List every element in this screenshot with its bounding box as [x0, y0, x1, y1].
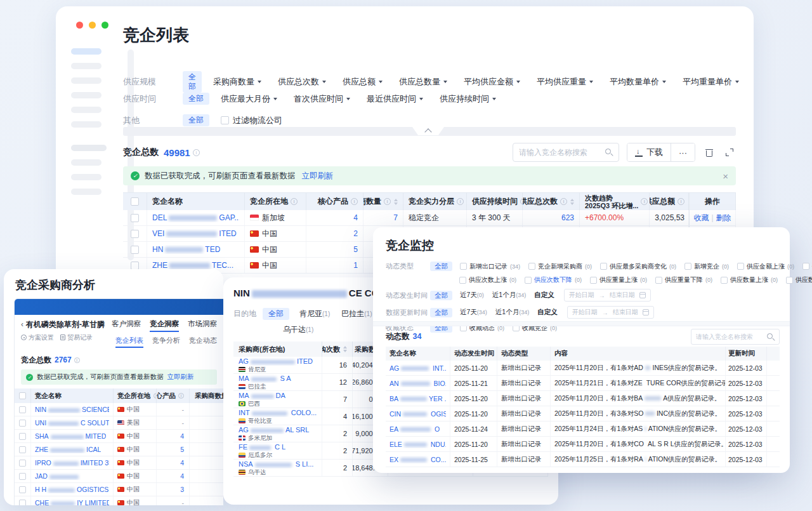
sort-icon[interactable] [343, 346, 347, 352]
filter-dropdown[interactable]: 供应最大月份 [221, 93, 277, 105]
supply-times[interactable]: 623 [523, 210, 580, 225]
core-product-count[interactable]: - [157, 403, 190, 416]
row-checkbox[interactable] [131, 230, 139, 238]
purchase-times[interactable]: 12 [322, 374, 353, 390]
filter-dropdown[interactable]: 供应总次数 [278, 76, 326, 88]
table-row[interactable]: JAD 中国 4 [15, 470, 223, 483]
competitor-link[interactable]: ZHETEC... [152, 261, 233, 270]
type-checkbox[interactable]: 供应次数下降(0) [525, 275, 582, 284]
buyer-link[interactable]: FE C L [239, 443, 317, 451]
purchase-times[interactable]: 16 [322, 357, 353, 373]
table-row[interactable]: ELE NDU... 2025-11-20 新增出口记录 2025年11月20日… [386, 437, 780, 452]
checkbox-icon[interactable] [221, 116, 229, 124]
table-row[interactable]: SHAMITED 中国 4 [15, 430, 223, 443]
purchase-times[interactable]: 4 [322, 408, 353, 425]
core-product-count[interactable]: 4 [157, 456, 190, 469]
tab-competitor-insight[interactable]: 竞企洞察 [150, 319, 179, 332]
filter-dropdown[interactable]: 供应总数量 [399, 76, 447, 88]
table-row[interactable]: DELGAP... 新加坡 4 7 稳定竞企 3 年 300 天 623 +67… [123, 210, 736, 226]
competitor-link[interactable]: AN BIO... [390, 380, 446, 387]
purchase-times[interactable]: 2 [322, 460, 353, 476]
row-checkbox[interactable] [19, 473, 26, 480]
filter-chip-all[interactable]: 全部 [430, 291, 452, 300]
type-checkbox[interactable]: 供应重量上涨(0) [590, 275, 647, 284]
filter-dropdown[interactable]: 最近供应时间 [367, 93, 423, 105]
filter-dropdown[interactable]: 首次供应时间 [294, 93, 350, 105]
filter-chip-all[interactable]: 全部 [183, 93, 209, 105]
competitor-link[interactable]: NINSCIENCE C... [35, 406, 109, 413]
competitor-link[interactable]: IPROIMITED 35... [35, 459, 109, 467]
competitor-link[interactable]: BAYER ... [390, 395, 446, 402]
checkbox-icon[interactable] [525, 277, 532, 284]
select-all-checkbox[interactable] [19, 392, 26, 399]
row-checkbox[interactable] [19, 446, 26, 453]
filter-logistics-checkbox[interactable]: 过滤物流公司 [221, 115, 282, 126]
col-strength[interactable]: 竞企实力分层 [403, 193, 467, 210]
type-checkbox[interactable]: 供应金额上涨(0) [737, 262, 794, 271]
sidebar-skeleton-item[interactable] [71, 77, 102, 84]
time-range-option[interactable]: 近7天(34) [460, 308, 487, 317]
col-product[interactable]: 核心产品 [306, 193, 363, 210]
time-range-option[interactable]: 近7天(0) [460, 291, 484, 300]
table-row[interactable]: IPROIMITED 35... 中国 4 [15, 456, 223, 470]
row-checkbox[interactable] [19, 500, 26, 506]
col-content[interactable]: 内容 [551, 347, 726, 361]
sidebar-skeleton-item[interactable] [71, 159, 102, 166]
destination-option[interactable]: 巴拉圭(1) [341, 309, 372, 319]
delete-link[interactable]: 删除 [716, 213, 731, 223]
purchase-times[interactable]: 7 [322, 391, 353, 408]
col-updated[interactable]: 更新时间 [726, 347, 767, 361]
subtab-competition-analysis[interactable]: 竞争分析 [152, 336, 180, 348]
sidebar-skeleton-item[interactable] [71, 189, 102, 195]
competitor-link[interactable]: HNTED [152, 245, 220, 254]
type-checkbox[interactable]: 供应最多采购商变化(0) [600, 262, 676, 271]
buyer-link[interactable]: MADA [239, 392, 317, 400]
row-checkbox[interactable] [19, 460, 26, 467]
col-buyers[interactable]: 采购商数量 [190, 388, 223, 403]
purchase-times[interactable]: 2 [322, 425, 353, 442]
date-range-input[interactable]: 开始日期→结束日期 [564, 289, 651, 302]
col-times[interactable]: 供应总次数 [523, 193, 580, 210]
filter-dropdown[interactable]: 平均数量单价 [610, 76, 666, 88]
date-range-input[interactable]: 开始日期→结束日期 [567, 306, 654, 319]
table-row[interactable]: UNIC SOLUTI... 美国 - [15, 416, 223, 430]
core-product-count[interactable]: 3 [157, 483, 190, 496]
search-input[interactable] [519, 148, 601, 157]
checkbox-icon[interactable] [655, 277, 662, 284]
checkbox-icon[interactable] [459, 277, 466, 284]
col-buyer[interactable]: 采购商(所在地) [233, 342, 322, 357]
minimize-window-icon[interactable] [89, 22, 96, 29]
competitor-link[interactable]: UNIC SOLUTI... [35, 419, 109, 427]
competitor-link[interactable]: SHAMITED [35, 432, 106, 440]
col-country[interactable]: 竞企所在地 [114, 388, 157, 403]
filter-chip-all[interactable]: 全部 [430, 262, 452, 271]
close-icon[interactable]: × [723, 171, 728, 181]
sidebar-skeleton-item[interactable] [71, 121, 102, 128]
table-row[interactable]: H HOGISTICS C... 中国 3 [15, 483, 223, 496]
search-input[interactable] [696, 333, 764, 340]
buyer-link[interactable]: AGITED [239, 357, 317, 366]
col-times[interactable]: 采购次数 [322, 342, 353, 357]
checkbox-icon[interactable] [737, 263, 744, 270]
competitor-link[interactable]: VEIITED [152, 229, 237, 238]
sidebar-skeleton-item[interactable] [71, 107, 102, 113]
refresh-now-link[interactable]: 立即刷新 [302, 171, 334, 182]
competitor-link[interactable]: CHEIY LIMITED [35, 499, 109, 505]
row-checkbox[interactable] [131, 246, 139, 254]
buyer-link[interactable]: MA S A [239, 375, 317, 383]
collapse-toggle[interactable] [412, 127, 444, 135]
filter-chip-all[interactable]: 全部 [430, 308, 452, 317]
search-icon[interactable] [767, 333, 775, 341]
type-checkbox[interactable]: 供应重量下降(0) [655, 275, 712, 284]
core-product-count[interactable]: 4 [306, 210, 363, 225]
competitor-link[interactable]: AG INT... [390, 364, 446, 372]
core-product-count[interactable]: - [157, 496, 190, 505]
filter-dropdown[interactable]: 平均供应重量 [537, 76, 593, 88]
purchase-times[interactable]: 2 [322, 442, 353, 459]
info-icon[interactable] [74, 357, 80, 363]
maximize-window-icon[interactable] [102, 22, 108, 29]
core-product-count[interactable]: 4 [157, 470, 190, 482]
type-checkbox[interactable]: 供应金额下降(0) [802, 262, 812, 271]
table-row[interactable]: ZHEICAL 中国 5 [15, 443, 223, 456]
col-product[interactable]: 核心产品 [157, 388, 190, 403]
